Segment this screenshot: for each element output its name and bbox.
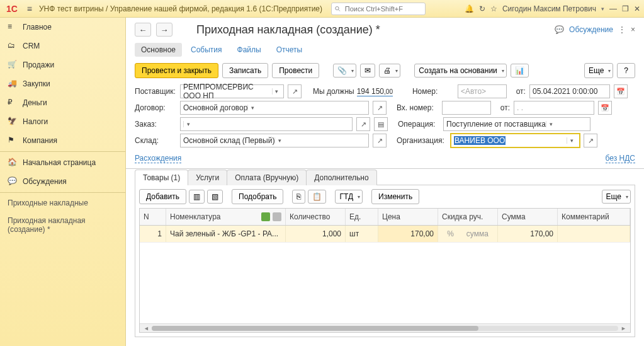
cell-nom[interactable]: Чай зеленый - Ж/Б -GP1 - PA... [166,226,286,242]
sidebar-item-crm[interactable]: 🗂CRM [0,37,125,55]
attach-button[interactable]: 📎 [333,64,356,78]
cell-comment[interactable] [558,226,630,242]
sidebar-item-sales[interactable]: 🛒Продажи [0,55,125,74]
user-name[interactable]: Сигодин Максим Петрович [502,4,596,13]
tab-events[interactable]: События [184,43,229,57]
col-comment[interactable]: Комментарий [558,209,630,225]
cell-qty[interactable]: 1,000 [286,226,346,242]
print-button[interactable]: 🖨 [379,64,400,78]
col-price[interactable]: Цена [378,209,438,225]
create-from-button[interactable]: Создать на основании [414,64,507,78]
cell-n[interactable]: 1 [140,226,166,242]
open-contract-button[interactable]: ↗ [373,101,387,115]
user-menu-chevron-icon[interactable]: ▾ [601,6,604,12]
tab-files[interactable]: Файлы [231,43,268,57]
menu-icon[interactable]: ≡ [23,2,37,16]
warehouse-field[interactable]: Основной склад (Первый)▾ [180,134,369,147]
chevron-down-icon[interactable]: ▾ [274,137,285,144]
report-struct-button[interactable]: 📊 [511,64,529,78]
back-button[interactable]: ← [135,23,151,37]
col-discount[interactable]: Скидка руч. [438,209,498,225]
open-org-button[interactable]: ↗ [584,134,597,147]
paste-button[interactable]: 📋 [308,190,326,204]
tab-main[interactable]: Основное [135,43,182,57]
col-nomenclature[interactable]: Номенклатура [166,209,286,225]
sidebar-history-item[interactable]: Приходные накладные [0,194,125,212]
table-row[interactable]: 1 Чай зеленый - Ж/Б -GP1 - PA... 1,000 ш… [140,226,630,243]
sidebar-item-money[interactable]: ₽Деньги [0,93,125,112]
forward-button[interactable]: → [156,23,172,37]
order-list-button[interactable]: ▤ [374,117,388,131]
org-field[interactable]: ВАНИЕВ ООО▾ [451,134,580,147]
tab-services[interactable]: Услуги [188,170,227,185]
col-qty[interactable]: Количество [286,209,346,225]
order-field[interactable]: ▾ [180,117,353,131]
sidebar-item-taxes[interactable]: 🦅Налоги [0,112,125,131]
cell-unit[interactable]: шт [346,226,378,242]
open-warehouse-button[interactable]: ↗ [373,134,387,147]
chevron-down-icon[interactable]: ▾ [567,137,577,144]
more-icon[interactable]: ⋮ [618,25,626,34]
minimize-button[interactable]: — [609,4,617,13]
change-button[interactable]: Изменить [371,189,419,204]
post-button[interactable]: Провести [272,63,319,78]
horizontal-scrollbar[interactable]: ◄ ► [140,323,630,332]
star-icon[interactable]: ☆ [490,4,497,13]
contract-field[interactable]: Основной договор▾ [180,101,369,115]
scroll-thumb[interactable] [152,326,478,331]
tab-reports[interactable]: Отчеты [270,43,308,57]
op-field[interactable]: Поступление от поставщика▾ [443,117,590,131]
sidebar-item-company[interactable]: ⚑Компания [0,131,125,150]
add-row-button[interactable]: Добавить [139,189,186,204]
more-button[interactable]: Еще [584,63,613,78]
discuss-link[interactable]: Обсуждение [569,25,613,34]
search-input[interactable] [344,4,422,13]
scanner-button[interactable]: ▧ [207,190,223,204]
barcode-button[interactable]: ▥ [189,190,205,204]
pick-button[interactable]: Подобрать [232,189,283,204]
number-field[interactable]: <Авто> [458,84,507,98]
discrepancies-link[interactable]: Расхождения [135,154,181,163]
email-button[interactable]: ✉ [360,64,375,78]
tab-additional[interactable]: Дополнительно [306,170,376,185]
open-supplier-button[interactable]: ↗ [288,84,302,98]
cell-discount[interactable]: %сумма [438,226,498,242]
incnum-field[interactable] [442,101,491,115]
tab-payment[interactable]: Оплата (Вручную) [227,170,307,185]
history-icon[interactable]: ↻ [479,4,485,13]
chevron-down-icon[interactable]: ▾ [183,121,193,127]
date-field[interactable]: 05.04.2021 0:00:00 [529,84,610,98]
sidebar-item-main[interactable]: ≡Главное [0,18,125,37]
sidebar-item-purchases[interactable]: 🚚Закупки [0,74,125,93]
calendar-button[interactable]: 📅 [614,84,628,98]
write-button[interactable]: Записать [222,63,268,78]
table-more-button[interactable]: Еще [602,190,631,204]
supplier-field[interactable]: РЕМПРОМСЕРВИС ООО НП▾ [180,84,284,98]
calendar-button[interactable]: 📅 [598,101,612,115]
col-sum[interactable]: Сумма [498,209,558,225]
post-and-close-button[interactable]: Провести и закрыть [135,63,218,78]
cell-price[interactable]: 170,00 [378,226,438,242]
sidebar-item-home[interactable]: 🏠Начальная страница [0,153,125,172]
close-button[interactable]: ✕ [634,4,640,13]
incdate-field[interactable]: . . [514,101,594,115]
col-unit[interactable]: Ед. [346,209,378,225]
debt-link[interactable]: 194 150,00 [357,87,393,96]
sidebar-history-item[interactable]: Приходная накладная (создание) * [0,212,125,238]
close-tab-button[interactable]: × [631,25,635,34]
restore-button[interactable]: ❐ [622,4,629,13]
col-n[interactable]: N [140,209,166,225]
gtd-button[interactable]: ГТД [335,190,363,204]
chevron-down-icon[interactable]: ▾ [247,105,257,111]
sidebar-item-discussions[interactable]: 💬Обсуждения [0,172,125,191]
bell-icon[interactable]: 🔔 [465,4,474,13]
copy-button[interactable]: ⎘ [292,190,305,204]
search-box[interactable] [331,3,426,15]
chevron-down-icon[interactable]: ▾ [546,121,556,127]
cell-sum[interactable]: 170,00 [498,226,558,242]
open-order-button[interactable]: ↗ [356,117,370,131]
help-button[interactable]: ? [617,63,635,78]
novat-link[interactable]: без НДС [606,154,635,163]
chevron-down-icon[interactable]: ▾ [272,88,281,95]
tab-goods[interactable]: Товары (1) [135,170,188,185]
